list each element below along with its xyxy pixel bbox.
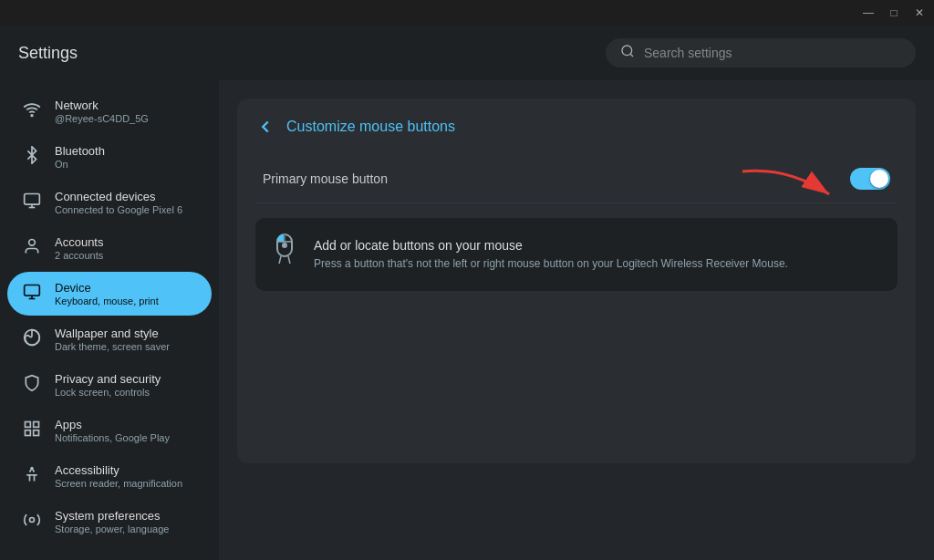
sidebar-label-device: Device xyxy=(55,281,159,295)
content-card: Customize mouse buttons Primary mouse bu… xyxy=(237,99,916,463)
shield-icon xyxy=(22,374,42,397)
sidebar-item-wallpaper[interactable]: Wallpaper and style Dark theme, screen s… xyxy=(7,317,212,361)
red-arrow xyxy=(733,162,843,217)
sidebar-item-accounts[interactable]: Accounts 2 accounts xyxy=(7,226,212,270)
wifi-icon xyxy=(22,100,42,123)
svg-line-24 xyxy=(288,256,290,264)
sidebar-item-apps[interactable]: Apps Notifications, Google Play xyxy=(7,409,212,452)
sidebar-sublabel-bluetooth: On xyxy=(55,159,105,170)
search-bar[interactable] xyxy=(606,38,916,67)
account-icon xyxy=(22,237,42,260)
panel-header: Customize mouse buttons xyxy=(255,117,898,137)
bluetooth-icon xyxy=(22,146,42,169)
sidebar-item-network[interactable]: Network @Reyee-sC4DD_5G xyxy=(7,89,212,133)
sidebar-text-privacy: Privacy and security Lock screen, contro… xyxy=(55,372,161,398)
svg-point-2 xyxy=(31,114,33,116)
main-panel: Customize mouse buttons Primary mouse bu… xyxy=(219,80,934,560)
sidebar-item-device[interactable]: Device Keyboard, mouse, print xyxy=(7,272,212,316)
apps-icon xyxy=(22,420,42,442)
sidebar-text-device: Device Keyboard, mouse, print xyxy=(55,281,159,306)
toggle-knob xyxy=(870,170,888,188)
sidebar-label-connected: Connected devices xyxy=(55,190,182,203)
svg-point-6 xyxy=(29,239,36,245)
mouse-card-description: Press a button that's not the left or ri… xyxy=(314,256,788,272)
sidebar-text-system: System preferences Storage, power, langu… xyxy=(55,509,169,534)
palette-icon xyxy=(22,328,42,351)
sidebar-label-accounts: Accounts xyxy=(55,235,103,249)
sidebar-sublabel-system: Storage, power, language xyxy=(55,524,169,534)
svg-rect-7 xyxy=(25,285,40,296)
sidebar-sublabel-network: @Reyee-sC4DD_5G xyxy=(55,113,149,124)
sidebar-label-privacy: Privacy and security xyxy=(55,372,161,386)
sidebar-sublabel-privacy: Lock screen, controls xyxy=(55,387,161,398)
svg-rect-3 xyxy=(25,193,40,204)
sidebar-sublabel-accessibility: Screen reader, magnification xyxy=(55,478,182,489)
svg-line-23 xyxy=(279,256,281,264)
sidebar-sublabel-apps: Notifications, Google Play xyxy=(55,432,170,443)
sidebar-label-network: Network xyxy=(55,99,149,112)
svg-rect-12 xyxy=(34,421,39,427)
svg-point-16 xyxy=(30,517,35,522)
content-area: Network @Reyee-sC4DD_5G Bluetooth On xyxy=(0,80,934,560)
sidebar-sublabel-wallpaper: Dark theme, screen saver xyxy=(55,341,170,352)
mouse-card-title: Add or locate buttons on your mouse xyxy=(314,238,788,253)
mouse-card-text: Add or locate buttons on your mouse Pres… xyxy=(314,238,788,272)
back-button[interactable] xyxy=(255,117,275,137)
sidebar-sublabel-accounts: 2 accounts xyxy=(55,250,103,261)
minimize-button[interactable]: — xyxy=(861,5,876,20)
title-bar: — □ ✕ xyxy=(0,0,934,26)
mouse-icon xyxy=(270,233,299,276)
search-input[interactable] xyxy=(644,46,901,60)
svg-rect-13 xyxy=(34,430,39,435)
sidebar-item-system[interactable]: System preferences Storage, power, langu… xyxy=(7,500,212,544)
accessibility-icon xyxy=(22,465,42,488)
header: Settings xyxy=(0,26,934,80)
maximize-button[interactable]: □ xyxy=(887,5,901,20)
devices-icon xyxy=(22,192,42,214)
system-icon xyxy=(22,511,42,534)
mouse-button-card[interactable]: Add or locate buttons on your mouse Pres… xyxy=(255,218,898,291)
primary-mouse-toggle[interactable] xyxy=(850,168,890,190)
sidebar-item-privacy[interactable]: Privacy and security Lock screen, contro… xyxy=(7,363,212,407)
sidebar-text-wallpaper: Wallpaper and style Dark theme, screen s… xyxy=(55,327,170,352)
sidebar-sublabel-device: Keyboard, mouse, print xyxy=(55,296,159,306)
svg-rect-14 xyxy=(26,430,31,435)
sidebar-text-bluetooth: Bluetooth On xyxy=(55,144,105,170)
svg-line-1 xyxy=(630,54,633,57)
search-icon xyxy=(620,44,635,62)
sidebar-text-apps: Apps Notifications, Google Play xyxy=(55,418,170,443)
app-title: Settings xyxy=(18,44,591,63)
sidebar-text-connected: Connected devices Connected to Google Pi… xyxy=(55,190,182,215)
sidebar: Network @Reyee-sC4DD_5G Bluetooth On xyxy=(0,80,219,560)
sidebar-item-bluetooth[interactable]: Bluetooth On xyxy=(7,135,212,179)
app-container: Settings Network @Reyee- xyxy=(0,26,934,560)
close-button[interactable]: ✕ xyxy=(912,5,927,20)
toggle-row: Primary mouse button xyxy=(255,155,898,203)
toggle-label: Primary mouse button xyxy=(263,171,388,186)
sidebar-sublabel-connected: Connected to Google Pixel 6 xyxy=(55,204,182,215)
sidebar-item-connected-devices[interactable]: Connected devices Connected to Google Pi… xyxy=(7,181,212,224)
panel-title: Customize mouse buttons xyxy=(286,119,455,135)
svg-point-20 xyxy=(283,244,286,247)
sidebar-text-network: Network @Reyee-sC4DD_5G xyxy=(55,99,149,124)
sidebar-label-bluetooth: Bluetooth xyxy=(55,144,105,158)
sidebar-label-wallpaper: Wallpaper and style xyxy=(55,327,170,340)
sidebar-text-accessibility: Accessibility Screen reader, magnificati… xyxy=(55,463,182,489)
sidebar-label-system: System preferences xyxy=(55,509,169,523)
svg-point-0 xyxy=(622,46,632,56)
sidebar-label-accessibility: Accessibility xyxy=(55,463,182,477)
sidebar-label-apps: Apps xyxy=(55,418,170,431)
svg-rect-11 xyxy=(26,421,31,427)
device-icon xyxy=(22,283,42,306)
sidebar-item-accessibility[interactable]: Accessibility Screen reader, magnificati… xyxy=(7,454,212,498)
sidebar-text-accounts: Accounts 2 accounts xyxy=(55,235,103,261)
